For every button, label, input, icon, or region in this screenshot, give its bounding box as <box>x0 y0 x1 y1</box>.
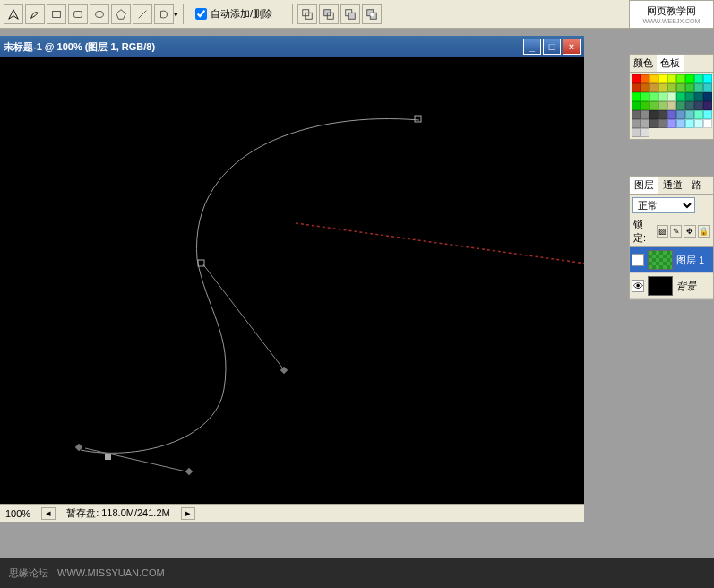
rect-icon[interactable] <box>47 4 66 24</box>
swatch[interactable] <box>667 119 676 128</box>
separator <box>292 4 293 24</box>
info-dropdown-icon[interactable]: ▸ <box>181 507 195 520</box>
tab-channels[interactable]: 通道 <box>658 177 687 194</box>
swatch[interactable] <box>703 74 712 83</box>
dropdown-arrow-icon[interactable]: ▾ <box>174 10 178 19</box>
swatch[interactable] <box>649 83 658 92</box>
swatch[interactable] <box>685 110 694 119</box>
swatch[interactable] <box>685 83 694 92</box>
swatch[interactable] <box>694 92 703 101</box>
swatch[interactable] <box>632 128 641 137</box>
layer-row[interactable]: 👁 图层 1 <box>630 247 713 273</box>
swatch[interactable] <box>641 92 649 101</box>
swatch[interactable] <box>632 92 641 101</box>
swatch[interactable] <box>694 110 703 119</box>
swatch[interactable] <box>658 119 667 128</box>
swatch[interactable] <box>641 119 649 128</box>
swatch[interactable] <box>667 74 676 83</box>
swatch[interactable] <box>694 83 703 92</box>
swatch[interactable] <box>703 101 712 110</box>
document-window: 未标题-1 @ 100% (图层 1, RGB/8) _ □ × 100% ◂ … <box>0 36 584 524</box>
swatches-panel: 颜色 色板 <box>629 54 714 140</box>
tab-swatches[interactable]: 色板 <box>657 55 684 72</box>
path-intersect-icon[interactable] <box>340 4 360 24</box>
swatch[interactable] <box>676 74 685 83</box>
swatch[interactable] <box>667 83 676 92</box>
rounded-rect-icon[interactable] <box>68 4 88 24</box>
swatch[interactable] <box>641 74 649 83</box>
swatch[interactable] <box>649 92 658 101</box>
custom-shape-icon[interactable] <box>154 4 174 24</box>
swatch[interactable] <box>649 101 658 110</box>
swatch[interactable] <box>676 119 685 128</box>
swatch[interactable] <box>703 92 712 101</box>
blend-mode-select[interactable]: 正常 <box>632 197 695 213</box>
maximize-button[interactable]: □ <box>543 39 561 55</box>
canvas[interactable] <box>0 57 584 504</box>
layer-row[interactable]: 👁 背景 <box>630 273 713 299</box>
pen-tool-icon[interactable] <box>4 4 23 24</box>
path-subtract-icon[interactable] <box>319 4 339 24</box>
swatch[interactable] <box>685 119 694 128</box>
swatch[interactable] <box>685 74 694 83</box>
swatch[interactable] <box>658 110 667 119</box>
swatch[interactable] <box>641 83 649 92</box>
swatch[interactable] <box>658 83 667 92</box>
swatch[interactable] <box>694 101 703 110</box>
swatch[interactable] <box>658 101 667 110</box>
swatch[interactable] <box>667 92 676 101</box>
swatch[interactable] <box>676 101 685 110</box>
ellipse-icon[interactable] <box>90 4 109 24</box>
visibility-toggle-icon[interactable]: 👁 <box>632 254 644 266</box>
svg-line-15 <box>202 264 285 371</box>
swatch[interactable] <box>685 92 694 101</box>
layer-thumbnail[interactable] <box>648 276 673 296</box>
swatch[interactable] <box>694 74 703 83</box>
line-icon[interactable] <box>133 4 152 24</box>
swatch[interactable] <box>694 119 703 128</box>
swatch[interactable] <box>676 110 685 119</box>
svg-rect-13 <box>370 13 374 16</box>
swatch[interactable] <box>649 110 658 119</box>
swatch[interactable] <box>658 74 667 83</box>
path-combine-icon[interactable] <box>297 4 317 24</box>
lock-all-icon[interactable]: 🔒 <box>698 225 710 238</box>
lock-transparency-icon[interactable]: ▨ <box>657 225 668 238</box>
document-titlebar[interactable]: 未标题-1 @ 100% (图层 1, RGB/8) _ □ × <box>0 36 584 57</box>
swatch[interactable] <box>658 92 667 101</box>
layer-thumbnail[interactable] <box>648 250 673 270</box>
swatch[interactable] <box>685 101 694 110</box>
swatch[interactable] <box>632 119 641 128</box>
swatch[interactable] <box>632 83 641 92</box>
auto-add-delete-checkbox[interactable]: 自动添加/删除 <box>195 7 272 21</box>
annotation-arrow <box>296 223 584 268</box>
swatch[interactable] <box>703 119 712 128</box>
minimize-button[interactable]: _ <box>523 39 541 55</box>
tab-color[interactable]: 颜色 <box>630 55 657 72</box>
lock-position-icon[interactable]: ✥ <box>684 225 695 238</box>
swatch[interactable] <box>632 74 641 83</box>
swatch[interactable] <box>676 92 685 101</box>
close-button[interactable]: × <box>563 39 581 55</box>
swatch[interactable] <box>632 110 641 119</box>
swatch[interactable] <box>676 83 685 92</box>
swatch[interactable] <box>641 110 649 119</box>
swatch[interactable] <box>703 83 712 92</box>
nav-prev-icon[interactable]: ◂ <box>41 507 56 520</box>
polygon-icon[interactable] <box>111 4 131 24</box>
tab-paths[interactable]: 路 <box>687 177 706 194</box>
freeform-pen-icon[interactable] <box>25 4 45 24</box>
swatch[interactable] <box>649 74 658 83</box>
swatch[interactable] <box>641 101 649 110</box>
zoom-value[interactable]: 100% <box>5 508 30 519</box>
swatch[interactable] <box>667 101 676 110</box>
lock-pixels-icon[interactable]: ✎ <box>670 225 682 238</box>
swatch[interactable] <box>667 110 676 119</box>
swatch[interactable] <box>632 101 641 110</box>
path-exclude-icon[interactable] <box>362 4 382 24</box>
tab-layers[interactable]: 图层 <box>630 177 658 194</box>
swatch[interactable] <box>703 110 712 119</box>
swatch[interactable] <box>649 119 658 128</box>
swatch[interactable] <box>641 128 649 137</box>
visibility-toggle-icon[interactable]: 👁 <box>632 280 644 292</box>
